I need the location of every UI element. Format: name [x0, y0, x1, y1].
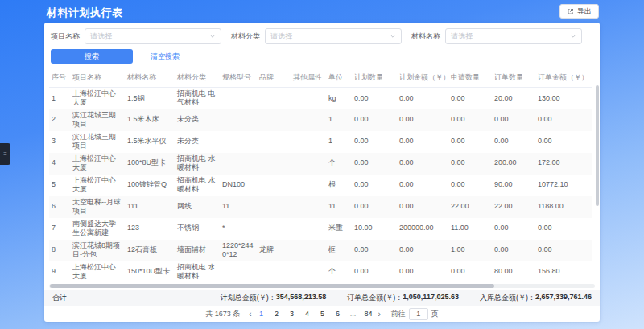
export-button[interactable]: 导出: [559, 4, 599, 19]
pagination-page-5[interactable]: 5: [319, 310, 327, 318]
cell-order-qty: 0.00: [492, 109, 535, 131]
table-row: 9 上海松江中心大厦 150*10U型卡 招商机电 水暖材料 个 0.00 0.…: [49, 261, 592, 283]
pagination-page-6[interactable]: 6: [334, 310, 342, 318]
cell-order-amt: 172.00: [535, 153, 592, 175]
cell-apply-qty: 22.00: [448, 196, 492, 218]
cell-apply-qty: 0.00: [448, 88, 492, 109]
cell-attrs: [291, 109, 326, 131]
filter-material-label: 材料名称: [411, 31, 440, 42]
cell-order-qty: 20.00: [492, 88, 535, 109]
cell-spec: [220, 131, 257, 153]
cell-category: 未分类: [175, 109, 220, 131]
horizontal-scrollbar-thumb[interactable]: [50, 284, 494, 288]
cell-apply-qty: 0.00: [448, 109, 492, 131]
cell-order-amt: 0.00: [535, 240, 592, 261]
cell-brand: [257, 175, 291, 196]
cell-spec: [220, 153, 257, 175]
cell-order-qty: 0.00: [492, 218, 535, 240]
pagination-prev-button[interactable]: ‹: [249, 310, 251, 319]
filter-project: 项目名称 请选择: [51, 28, 221, 44]
category-select-placeholder: 请选择: [270, 31, 390, 42]
filter-category: 材料分类 请选择: [231, 28, 402, 44]
side-panel-toggle[interactable]: ≡: [0, 143, 10, 165]
material-select[interactable]: 请选择: [445, 28, 582, 44]
cell-index: 8: [49, 240, 70, 261]
cell-apply-qty: 0.00: [448, 175, 492, 196]
cell-category: 招商机电 电气材料: [175, 88, 220, 109]
cell-apply-qty: 0.00: [448, 131, 492, 153]
cell-plan-amt: 0.00: [397, 153, 448, 175]
col-index: 序号: [49, 68, 70, 88]
cell-order-amt: 10772.10: [535, 175, 592, 196]
chevron-down-icon: [390, 33, 396, 39]
plan-total: 计划总金额(￥)： 354,568,213.58: [221, 293, 327, 303]
cell-plan-amt: 0.00: [397, 109, 448, 131]
cell-brand: [257, 218, 291, 240]
cell-attrs: [291, 153, 326, 175]
col-plan-amt: 计划金额（￥）: [397, 68, 448, 88]
cell-brand: [257, 88, 291, 109]
cell-order-amt: 130.00: [535, 88, 592, 109]
horizontal-scrollbar-track[interactable]: [49, 284, 595, 288]
plan-total-label: 计划总金额(￥)：: [221, 293, 276, 303]
menu-icon: ≡: [3, 150, 7, 158]
cell-project: 上海松江中心大厦: [70, 88, 125, 109]
cell-project: 滨江花城三期项目: [70, 109, 125, 131]
cell-apply-qty: 1.00: [448, 240, 492, 261]
cell-plan-qty: 0.00: [352, 88, 397, 109]
cell-spec: *: [220, 218, 257, 240]
pagination-next-button[interactable]: ›: [378, 310, 381, 319]
inbound-total-value: 2,657,339,761.46: [535, 293, 592, 303]
cell-spec: 11: [220, 196, 257, 218]
cell-project: 太空电梯--月球项目: [70, 196, 125, 218]
category-select[interactable]: 请选择: [265, 28, 402, 44]
pagination-page-84[interactable]: 84: [365, 310, 373, 318]
cell-plan-amt: 0.00: [397, 261, 448, 283]
pagination-page-1[interactable]: 1: [258, 310, 266, 318]
pagination-page-3[interactable]: 3: [288, 310, 296, 318]
col-apply-qty: 申请数量: [448, 68, 492, 88]
chevron-down-icon: [209, 33, 216, 39]
cell-index: 5: [49, 175, 70, 196]
pagination: 共 1673 条 ‹ 123456...84 › 前往 页: [44, 306, 600, 323]
cell-index: 1: [49, 88, 70, 109]
col-category: 材料分类: [175, 68, 220, 88]
cell-material: 150*10U型卡: [125, 261, 175, 283]
cell-apply-qty: 0.00: [448, 261, 492, 283]
cell-unit: 个: [326, 261, 352, 283]
col-order-amt: 订单金额（￥）: [535, 68, 592, 88]
cell-plan-amt: 0.00: [397, 175, 448, 196]
cell-attrs: [291, 261, 326, 283]
clear-search-link[interactable]: 清空搜索: [151, 51, 180, 62]
cell-apply-qty: 0.00: [448, 153, 492, 175]
search-button[interactable]: 搜索: [51, 49, 133, 64]
col-plan-qty: 计划数量: [352, 68, 397, 88]
cell-unit: kg: [326, 88, 352, 109]
table-row: 2 滨江花城三期项目 1.5米木床 未分类 1 0.00 0.00 0.00 0…: [49, 109, 592, 131]
table-body: 1 上海松江中心大厦 1.5钢 招商机电 电气材料 kg 0.00 0.00 0…: [49, 88, 592, 283]
goto-page-input[interactable]: [409, 308, 428, 320]
cell-order-amt: 0.00: [535, 218, 592, 240]
cell-material: 100*8U型卡: [125, 153, 175, 175]
cell-plan-amt: 0.00: [397, 131, 448, 153]
col-project: 项目名称: [70, 68, 125, 88]
vertical-scrollbar[interactable]: [596, 85, 599, 206]
cell-spec: [220, 261, 257, 283]
cell-brand: 龙牌: [257, 240, 291, 261]
cell-plan-qty: 0.00: [352, 240, 397, 261]
cell-attrs: [291, 240, 326, 261]
pagination-pages: 123456...84: [258, 310, 373, 318]
cell-unit: 根: [326, 175, 352, 196]
project-select[interactable]: 请选择: [85, 28, 221, 44]
table-row: 1 上海松江中心大厦 1.5钢 招商机电 电气材料 kg 0.00 0.00 0…: [49, 88, 592, 109]
pagination-page-4[interactable]: 4: [303, 310, 312, 318]
cell-material: 123: [125, 218, 175, 240]
goto-suffix: 页: [431, 309, 439, 319]
content-panel: 项目名称 请选择 材料分类 请选择 材料名称 请选择: [44, 23, 600, 322]
cell-order-qty: 200.00: [492, 153, 535, 175]
cell-index: 9: [49, 261, 70, 283]
col-material: 材料名称: [125, 68, 175, 88]
cell-brand: [257, 196, 291, 218]
pagination-page-2[interactable]: 2: [273, 310, 281, 318]
order-total-value: 1,050,117,025.63: [402, 293, 459, 303]
